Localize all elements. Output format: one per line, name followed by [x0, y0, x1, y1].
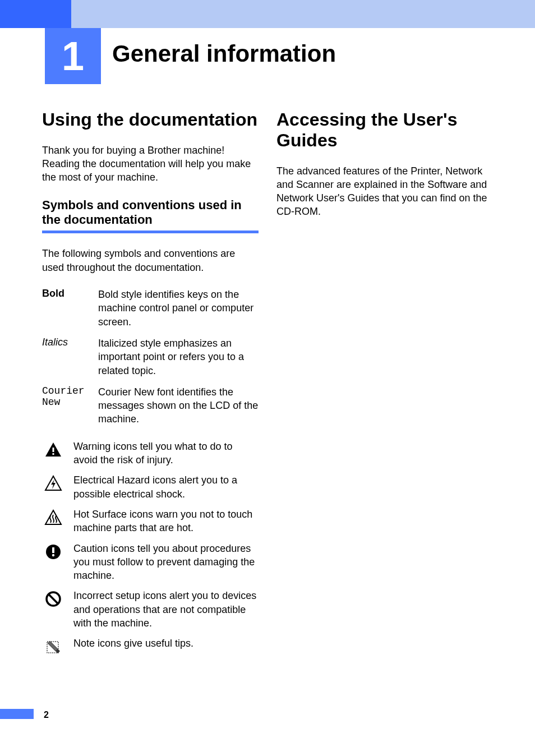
icon-description: Electrical Hazard icons alert you to a p…: [73, 473, 259, 501]
subsection-intro-text: The following symbols and conventions ar…: [42, 247, 259, 274]
left-intro-text: Thank you for buying a Brother machine! …: [42, 144, 259, 185]
svg-rect-1: [53, 453, 54, 455]
list-item: Electrical Hazard icons alert you to a p…: [42, 473, 259, 501]
definitions-table: Bold Bold style identifies keys on the m…: [42, 288, 259, 426]
svg-rect-3: [52, 547, 54, 553]
page-number: 2: [44, 710, 49, 720]
icon-description: Warning icons tell you what to do to avo…: [73, 440, 259, 467]
left-section-heading: Using the documentation: [42, 109, 259, 130]
note-icon: [42, 637, 73, 656]
left-column: Using the documentation Thank you for bu…: [42, 109, 259, 662]
def-text: Courier New font identifies the messages…: [98, 385, 259, 426]
subsection-heading: Symbols and conventions used in the docu…: [42, 198, 259, 228]
icon-description: Note icons give useful tips.: [73, 637, 259, 650]
def-label-italic: Italics: [42, 336, 98, 348]
svg-point-4: [52, 554, 54, 556]
right-section-heading: Accessing the User's Guides: [276, 109, 493, 151]
icon-description: Hot Surface icons warn you not to touch …: [73, 508, 259, 535]
incorrect-setup-icon: [42, 589, 73, 608]
chapter-number-block: 1: [45, 28, 101, 84]
icon-meaning-list: Warning icons tell you what to do to avo…: [42, 440, 259, 656]
footer-accent-bar: [0, 709, 34, 719]
icon-description: Caution icons tell you about procedures …: [73, 542, 259, 583]
def-row: Bold Bold style identifies keys on the m…: [42, 288, 259, 329]
list-item: Note icons give useful tips.: [42, 637, 259, 656]
hot-surface-icon: [42, 508, 73, 527]
def-label-bold: Bold: [42, 288, 98, 299]
chapter-number: 1: [62, 33, 84, 79]
def-text: Italicized style emphasizes an important…: [98, 336, 259, 377]
def-row: Italics Italicized style emphasizes an i…: [42, 336, 259, 377]
list-item: Warning icons tell you what to do to avo…: [42, 440, 259, 467]
icon-description: Incorrect setup icons alert you to devic…: [73, 589, 259, 630]
def-text: Bold style identifies keys on the machin…: [98, 288, 259, 329]
svg-rect-0: [53, 448, 54, 452]
list-item: Incorrect setup icons alert you to devic…: [42, 589, 259, 630]
subsection-divider: [42, 231, 259, 233]
def-row: Courier New Courier New font identifies …: [42, 385, 259, 426]
list-item: Caution icons tell you about procedures …: [42, 542, 259, 583]
svg-line-6: [48, 594, 58, 604]
content-area: Using the documentation Thank you for bu…: [0, 109, 535, 662]
chapter-title: General information: [112, 40, 336, 67]
warning-icon: [42, 440, 73, 459]
electrical-hazard-icon: [42, 473, 73, 492]
header-bar: [0, 0, 535, 28]
caution-icon: [42, 542, 73, 561]
def-label-mono: Courier New: [42, 385, 98, 408]
right-intro-text: The advanced features of the Printer, Ne…: [276, 164, 493, 219]
list-item: Hot Surface icons warn you not to touch …: [42, 508, 259, 535]
right-column: Accessing the User's Guides The advanced…: [276, 109, 493, 662]
